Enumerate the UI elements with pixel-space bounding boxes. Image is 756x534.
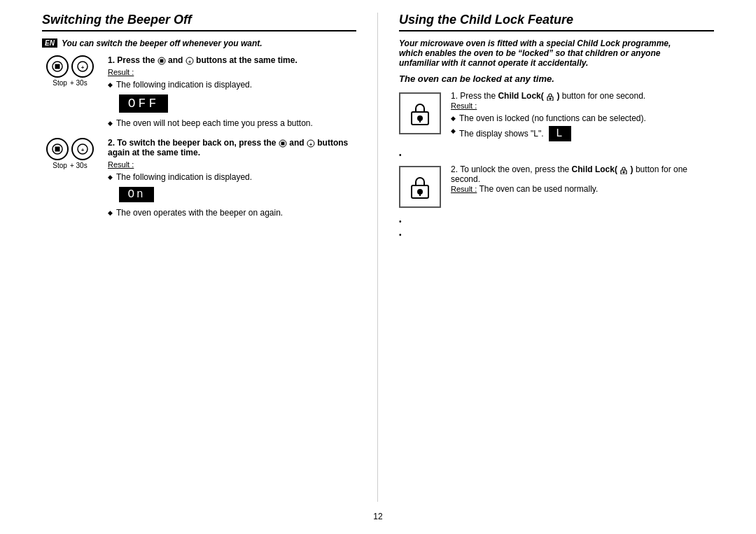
step1-bullet2: ◆ The oven will not beep each time you p… (108, 118, 356, 128)
left-intro: EN You can switch the beeper off wheneve… (42, 38, 356, 48)
svg-point-17 (418, 116, 422, 120)
center-bullet-2: • (399, 218, 714, 225)
left-column: Switching the Beeper Off EN You can swit… (42, 13, 378, 502)
stop-label-1: Stop (52, 79, 67, 87)
right-step2-result-label: Result : The oven can be used normally. (451, 184, 714, 194)
right-step1-display: L (549, 126, 571, 141)
step1-icons: + Stop + 30s (42, 55, 98, 88)
step1-content: 1. Press the and + buttons at the same t… (108, 55, 356, 128)
page: Switching the Beeper Off EN You can swit… (0, 0, 756, 534)
right-step1-instruction: 1. Press the Child Lock( ) button for on… (451, 91, 714, 101)
step1-result-label: Result : (108, 67, 356, 77)
step2-content: 2. To switch the beeper back on, press t… (108, 138, 356, 218)
svg-text:+: + (188, 59, 191, 64)
step2-icons: + Stop + 30s (42, 138, 98, 171)
right-column: Using the Child Lock Feature Your microw… (378, 13, 714, 502)
right-step1-content: 1. Press the Child Lock( ) button for on… (451, 91, 714, 141)
right-step1: 1. Press the Child Lock( ) button for on… (399, 91, 714, 141)
center-bullet-1: • (399, 151, 714, 159)
right-step1-result-label: Result : (451, 101, 714, 111)
step2-number: 2. To switch the beeper back on, press t… (108, 138, 356, 157)
step2-display: On (119, 187, 154, 202)
step1-bullet1: ◆ The following indication is displayed. (108, 80, 356, 90)
right-step1-bullet1: ◆ The oven is locked (no functions can b… (451, 113, 714, 123)
page-number: 12 (42, 507, 714, 521)
center-bullet-3: • (399, 231, 714, 239)
stop-label-2: Stop (52, 162, 67, 169)
plus30s-icon-2: + (71, 138, 94, 160)
plus30s-label-2: + 30s (70, 162, 88, 169)
lock-icon-box-2 (399, 166, 441, 208)
step2-icons-row: + (46, 138, 94, 160)
step2-bullet2: ◆ The oven operates with the beeper on a… (108, 208, 356, 218)
svg-text:+: + (81, 147, 85, 153)
right-step2: 2. To unlock the oven, press the Child L… (399, 164, 714, 208)
svg-point-25 (623, 171, 624, 173)
right-step1-bullet2: ◆ The display shows "L". L (451, 126, 714, 141)
plus30s-icon-1: + (71, 55, 94, 78)
right-section-title: Using the Child Lock Feature (399, 13, 714, 31)
svg-point-22 (418, 190, 422, 194)
en-badge: EN (42, 38, 57, 48)
left-intro-text: You can switch the beeper off whenever y… (62, 38, 262, 48)
right-step2-instruction: 2. To unlock the oven, press the Child L… (451, 164, 714, 184)
svg-text:+: + (309, 142, 312, 147)
step1-number: 1. Press the and + buttons at the same t… (108, 55, 356, 65)
right-step2-content: 2. To unlock the oven, press the Child L… (451, 164, 714, 194)
step2-labels-row: Stop + 30s (52, 162, 87, 169)
svg-rect-9 (55, 147, 60, 152)
plus30s-label-1: + 30s (70, 79, 88, 87)
step1-display: OFF (119, 94, 168, 113)
right-subtitle: The oven can be locked at any time. (399, 73, 714, 84)
svg-text:+: + (81, 64, 85, 71)
svg-rect-13 (281, 141, 284, 145)
svg-rect-1 (55, 64, 60, 69)
step1-icons-row: + (46, 55, 94, 78)
left-step2: + Stop + 30s 2. To switch the beeper bac… (42, 138, 356, 218)
left-step1: + Stop + 30s 1. Press the (42, 55, 356, 128)
left-section-title: Switching the Beeper Off (42, 13, 356, 31)
lock-icon-box-1 (399, 92, 441, 134)
stop-icon-2 (46, 138, 69, 160)
svg-rect-5 (160, 59, 163, 62)
stop-icon-1 (46, 55, 69, 78)
svg-point-20 (550, 98, 551, 99)
step1-labels-row: Stop + 30s (52, 79, 87, 87)
right-intro: Your microwave oven is fitted with a spe… (399, 38, 714, 68)
step2-bullet1: ◆ The following indication is displayed. (108, 172, 356, 182)
step2-result-label: Result : (108, 160, 356, 169)
